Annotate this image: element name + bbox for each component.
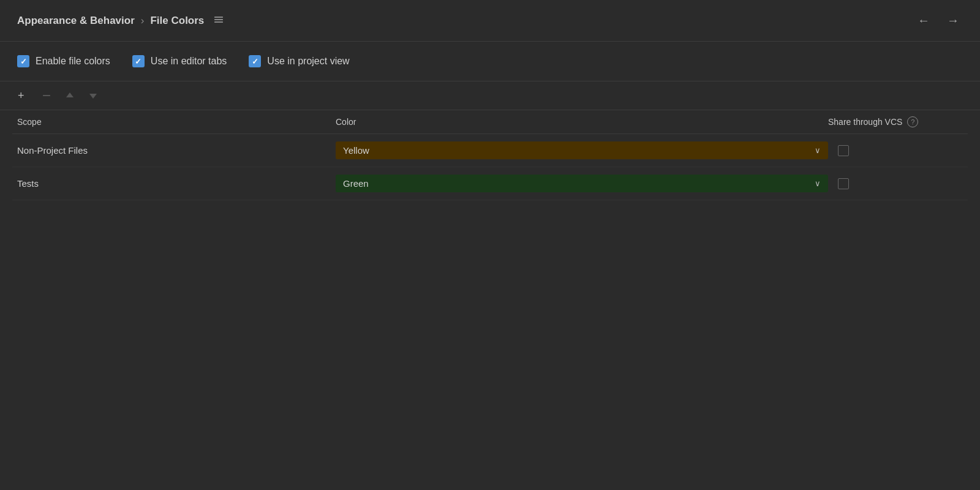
nav-buttons: ← → xyxy=(914,11,963,30)
color-value-tests: Green xyxy=(343,178,369,189)
scope-cell-tests: Tests xyxy=(12,173,331,194)
move-down-button[interactable] xyxy=(83,88,103,103)
column-header-vcs: Share through VCS ? xyxy=(828,116,963,127)
color-cell-non-project-files: Yellow ∨ xyxy=(331,134,833,167)
table-row: Tests Green ∨ xyxy=(12,167,968,200)
svg-rect-1 xyxy=(214,19,223,20)
table-body: Non-Project Files Yellow ∨ Tests xyxy=(12,134,968,200)
column-header-color: Color xyxy=(336,116,828,127)
dropdown-arrow-icon: ∨ xyxy=(815,179,821,188)
checkbox-use-in-project-view-label: Use in project view xyxy=(267,56,349,67)
checkbox-enable-file-colors-label: Enable file colors xyxy=(36,56,110,67)
color-cell-tests: Green ∨ xyxy=(331,167,833,200)
settings-icon xyxy=(214,15,224,26)
vcs-cell-tests xyxy=(833,173,968,194)
svg-marker-6 xyxy=(89,94,97,99)
vcs-help-icon[interactable]: ? xyxy=(907,116,918,127)
checkbox-use-in-project-view[interactable]: ✓ Use in project view xyxy=(249,55,349,67)
column-vcs-label: Share through VCS xyxy=(828,117,902,127)
checkbox-use-in-editor-tabs-label: Use in editor tabs xyxy=(151,56,227,67)
breadcrumb-separator: › xyxy=(141,15,145,27)
column-scope-label: Scope xyxy=(17,117,42,127)
checkmark-icon: ✓ xyxy=(20,58,27,66)
scope-label-non-project-files: Non-Project Files xyxy=(17,145,88,156)
table-header: Scope Color Share through VCS ? xyxy=(12,110,968,134)
checkbox-use-in-editor-tabs[interactable]: ✓ Use in editor tabs xyxy=(132,55,227,67)
nav-forward-button[interactable]: → xyxy=(943,11,963,30)
checkmark-icon: ✓ xyxy=(252,58,258,66)
svg-rect-2 xyxy=(214,21,223,23)
nav-back-button[interactable]: ← xyxy=(914,11,933,30)
header: Appearance & Behavior › File Colors ← → xyxy=(0,0,980,42)
toolbar: + xyxy=(0,81,980,110)
remove-button[interactable] xyxy=(37,88,56,103)
color-dropdown-non-project-files[interactable]: Yellow ∨ xyxy=(336,141,828,159)
scope-label-tests: Tests xyxy=(17,178,39,189)
vcs-checkbox-non-project-files[interactable] xyxy=(838,145,849,156)
color-dropdown-tests[interactable]: Green ∨ xyxy=(336,175,828,192)
svg-marker-5 xyxy=(66,92,74,97)
breadcrumb-current: File Colors xyxy=(150,15,204,27)
svg-rect-4 xyxy=(43,95,50,96)
checkmark-icon: ✓ xyxy=(135,58,141,66)
column-header-scope: Scope xyxy=(17,116,336,127)
options-row: ✓ Enable file colors ✓ Use in editor tab… xyxy=(0,42,980,81)
breadcrumb: Appearance & Behavior › File Colors xyxy=(17,15,224,27)
breadcrumb-parent: Appearance & Behavior xyxy=(17,15,135,27)
svg-rect-0 xyxy=(214,17,223,18)
checkbox-use-in-project-view-box[interactable]: ✓ xyxy=(249,55,261,67)
move-up-button[interactable] xyxy=(60,88,80,103)
add-button[interactable]: + xyxy=(12,88,33,104)
vcs-checkbox-tests[interactable] xyxy=(838,178,849,189)
table-container: Scope Color Share through VCS ? Non-Proj… xyxy=(0,110,980,200)
checkbox-use-in-editor-tabs-box[interactable]: ✓ xyxy=(132,55,145,67)
column-color-label: Color xyxy=(336,117,356,127)
checkbox-enable-file-colors[interactable]: ✓ Enable file colors xyxy=(17,55,110,67)
checkbox-enable-file-colors-box[interactable]: ✓ xyxy=(17,55,29,67)
scope-cell-non-project-files: Non-Project Files xyxy=(12,140,331,160)
page-container: Appearance & Behavior › File Colors ← → … xyxy=(0,0,980,490)
svg-text:+: + xyxy=(18,90,24,101)
dropdown-arrow-icon: ∨ xyxy=(815,146,821,155)
color-value-non-project-files: Yellow xyxy=(343,145,369,156)
table-row: Non-Project Files Yellow ∨ xyxy=(12,134,968,167)
vcs-cell-non-project-files xyxy=(833,140,968,161)
